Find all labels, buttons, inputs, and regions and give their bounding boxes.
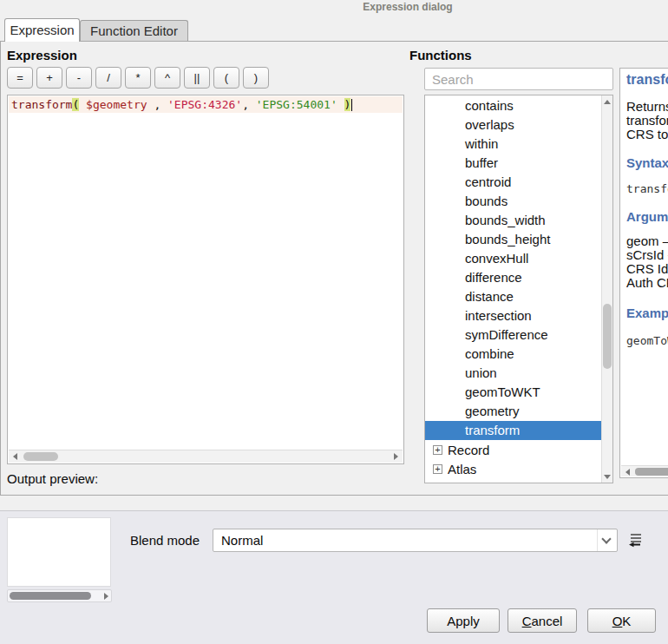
scrollbar-thumb[interactable]: [603, 304, 612, 369]
function-list-items: containsoverlapswithinbuffercentroidboun…: [425, 96, 601, 478]
function-group-label: Atlas: [448, 462, 476, 476]
function-list-item[interactable]: transform: [425, 421, 601, 440]
arguments-heading: Arguments: [626, 209, 668, 224]
code-token: ): [344, 98, 351, 111]
help-title: transform: [626, 72, 668, 88]
example-heading: Example: [626, 306, 668, 320]
triangle-down-icon: [604, 475, 611, 479]
function-group-label: Record: [448, 443, 489, 457]
operator-button-^[interactable]: ^: [154, 67, 180, 89]
operator-button-/[interactable]: /: [95, 67, 121, 89]
function-list-item[interactable]: combine: [425, 345, 601, 364]
help-panel: transform ReturnstransforCRS to Syntax t…: [619, 68, 668, 478]
operator-button-)[interactable]: ): [243, 67, 269, 89]
function-group[interactable]: +Record: [425, 440, 601, 459]
function-list-item[interactable]: bounds_height: [425, 230, 601, 249]
help-text-line: sCrsId -: [626, 248, 668, 262]
scrollbar-thumb[interactable]: [10, 592, 91, 600]
scroll-left-button[interactable]: [621, 466, 634, 478]
ok-button[interactable]: OK: [587, 608, 656, 633]
code-token: 'EPSG:54001': [256, 98, 337, 111]
function-list-item[interactable]: union: [425, 364, 601, 383]
help-text-line: Auth CR: [626, 276, 668, 290]
expand-icon[interactable]: +: [433, 445, 442, 455]
tab-expression[interactable]: Expression: [4, 18, 80, 42]
expression-editor[interactable]: transform( $geometry , 'EPSG:4326', 'EPS…: [7, 95, 404, 464]
scroll-down-button[interactable]: [602, 470, 612, 483]
apply-button-label: Apply: [428, 614, 499, 628]
preview-hscrollbar[interactable]: [7, 589, 112, 602]
scrollbar-thumb[interactable]: [635, 468, 668, 476]
code-token: transform: [11, 98, 72, 111]
function-group[interactable]: +Atlas: [425, 459, 601, 478]
help-text-line: transfor: [626, 114, 668, 128]
tab-function-editor[interactable]: Function Editor: [80, 20, 188, 41]
code-token: 'EPSG:4326': [167, 98, 242, 111]
operator-button--[interactable]: -: [66, 67, 92, 89]
editor-hscrollbar[interactable]: [9, 450, 403, 463]
triangle-left-icon: [13, 453, 17, 460]
help-text-line: CRS to: [626, 128, 668, 141]
syntax-code: transform(: [626, 182, 668, 195]
window-title: Expression dialog: [363, 1, 452, 13]
help-hscrollbar[interactable]: [621, 465, 668, 476]
help-text-line: CRS Id: [626, 262, 668, 276]
function-list-item[interactable]: bounds_width: [425, 211, 601, 230]
scroll-right-button[interactable]: [390, 450, 403, 463]
scroll-left-button[interactable]: [9, 450, 22, 463]
help-text-line: Returns: [626, 100, 668, 114]
triangle-left-icon: [625, 469, 630, 476]
cancel-button[interactable]: Cancel: [508, 608, 577, 633]
syntax-heading: Syntax: [626, 155, 668, 170]
operator-button-*[interactable]: *: [125, 67, 151, 89]
operator-button-=[interactable]: =: [7, 67, 33, 89]
chevron-down-icon: [601, 534, 611, 543]
function-list-item[interactable]: distance: [425, 287, 601, 306]
blend-mode-label: Blend mode: [130, 529, 200, 552]
function-list-item[interactable]: difference: [425, 268, 601, 287]
function-list[interactable]: containsoverlapswithinbuffercentroidboun…: [424, 95, 613, 483]
code-token: ,: [147, 98, 167, 111]
triangle-right-icon[interactable]: [104, 593, 108, 600]
output-preview-label: Output preview:: [7, 471, 98, 486]
function-list-item[interactable]: geometry: [425, 402, 601, 421]
operator-button-([interactable]: (: [213, 67, 239, 89]
operator-button-+[interactable]: +: [36, 67, 62, 89]
function-list-item[interactable]: intersection: [425, 306, 601, 325]
code-token: $geometry: [86, 98, 147, 111]
function-list-item[interactable]: bounds: [425, 192, 601, 211]
function-list-item[interactable]: contains: [425, 96, 601, 115]
triangle-up-icon: [604, 100, 611, 104]
function-list-scrollbar[interactable]: [601, 95, 612, 483]
function-list-item[interactable]: convexHull: [425, 249, 601, 268]
code-token: [337, 98, 344, 111]
blend-mode-select[interactable]: Normal: [213, 529, 618, 552]
function-list-item[interactable]: buffer: [425, 154, 601, 173]
scroll-up-button[interactable]: [602, 95, 612, 108]
search-input[interactable]: [424, 68, 613, 90]
code-token: ,: [242, 98, 256, 111]
cancel-button-label: Cancel: [508, 614, 576, 628]
apply-button[interactable]: Apply: [427, 608, 500, 633]
arguments-list: geom —sCrsId -CRS IdAuth CR: [626, 234, 668, 290]
ok-button-label: OK: [588, 614, 655, 628]
expand-icon[interactable]: +: [433, 464, 442, 474]
function-list-item[interactable]: symDifference: [425, 325, 601, 345]
triangle-right-icon: [394, 453, 398, 460]
operator-button-||[interactable]: ||: [184, 67, 210, 89]
expression-code-line[interactable]: transform( $geometry , 'EPSG:4326', 'EPS…: [9, 96, 403, 113]
functions-section-label: Functions: [409, 48, 472, 62]
code-token: [79, 98, 86, 111]
function-list-item[interactable]: within: [425, 135, 601, 154]
layer-preview-box: [7, 517, 111, 587]
data-defined-override-button[interactable]: [624, 529, 646, 552]
example-code: geomToWKT(: [626, 334, 668, 347]
function-list-item[interactable]: overlaps: [425, 115, 601, 135]
scrollbar-thumb[interactable]: [23, 452, 58, 461]
blend-mode-value: Normal: [221, 529, 263, 551]
combo-dropdown-button[interactable]: [597, 529, 617, 551]
operator-row: =+-/*^||(): [7, 67, 272, 89]
text-caret: [351, 99, 352, 111]
function-list-item[interactable]: centroid: [425, 173, 601, 192]
function-list-item[interactable]: geomToWKT: [425, 383, 601, 402]
